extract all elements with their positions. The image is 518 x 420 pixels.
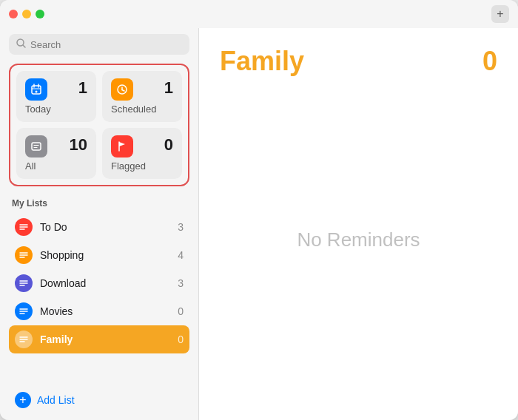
svg-line-1 <box>23 45 25 47</box>
content-area: 1 Today 1 <box>0 28 518 420</box>
list-name-movies: Movies <box>40 305 170 317</box>
main-header: Family 0 <box>220 46 497 77</box>
my-lists-header: My Lists <box>9 198 189 209</box>
list-name-download: Download <box>40 277 170 289</box>
list-count-todo: 3 <box>178 221 184 233</box>
sidebar: 1 Today 1 <box>0 28 198 420</box>
list-item-download[interactable]: Download 3 <box>9 269 189 297</box>
add-list-icon: + <box>15 392 31 408</box>
minimize-button[interactable] <box>22 10 31 18</box>
list-count-download: 3 <box>178 277 184 289</box>
all-count: 10 <box>70 135 87 155</box>
list-dot-movies <box>15 302 33 320</box>
main-panel: Family 0 No Reminders <box>199 28 518 420</box>
all-icon <box>25 135 47 158</box>
svg-rect-10 <box>32 143 41 150</box>
all-label: All <box>25 160 87 172</box>
main-count: 0 <box>482 46 497 77</box>
today-label: Today <box>25 104 87 115</box>
list-count-shopping: 4 <box>178 249 184 261</box>
smart-lists-grid: 1 Today 1 <box>9 64 189 186</box>
list-count-family: 0 <box>178 333 184 345</box>
today-icon <box>25 78 47 101</box>
list-name-family: Family <box>40 333 170 345</box>
smart-card-scheduled[interactable]: 1 Scheduled <box>102 71 182 122</box>
list-dot-shopping <box>15 246 33 264</box>
traffic-lights <box>9 10 44 18</box>
add-list-button[interactable]: + Add List <box>9 383 189 414</box>
add-reminder-button[interactable]: + <box>491 5 509 23</box>
close-button[interactable] <box>9 10 18 18</box>
flagged-count: 0 <box>164 135 173 155</box>
scheduled-count: 1 <box>164 78 173 98</box>
list-item-family[interactable]: Family 0 <box>9 325 189 353</box>
svg-point-6 <box>36 91 38 93</box>
search-bar[interactable] <box>9 34 189 55</box>
no-reminders-message: No Reminders <box>220 77 497 402</box>
app-window: + <box>0 0 518 420</box>
smart-card-flagged[interactable]: 0 Flagged <box>102 128 182 179</box>
titlebar: + <box>0 0 518 28</box>
svg-line-9 <box>122 90 124 92</box>
list-item-todo[interactable]: To Do 3 <box>9 213 189 241</box>
list-count-movies: 0 <box>178 305 184 317</box>
flagged-label: Flagged <box>111 160 173 172</box>
scheduled-icon <box>111 78 133 101</box>
list-item-movies[interactable]: Movies 0 <box>9 297 189 325</box>
list-item-shopping[interactable]: Shopping 4 <box>9 241 189 269</box>
list-dot-family <box>15 331 33 348</box>
main-title: Family <box>220 46 304 77</box>
smart-card-all[interactable]: 10 All <box>16 128 96 179</box>
today-count: 1 <box>78 78 87 98</box>
search-icon <box>16 38 26 50</box>
search-input[interactable] <box>30 39 182 50</box>
list-name-todo: To Do <box>40 221 170 233</box>
list-name-shopping: Shopping <box>40 249 170 261</box>
list-dot-download <box>15 274 33 292</box>
flagged-icon <box>111 135 133 158</box>
smart-card-today[interactable]: 1 Today <box>16 71 96 122</box>
add-list-label: Add List <box>37 394 75 406</box>
scheduled-label: Scheduled <box>111 104 173 115</box>
list-dot-todo <box>15 218 33 236</box>
maximize-button[interactable] <box>36 10 44 18</box>
